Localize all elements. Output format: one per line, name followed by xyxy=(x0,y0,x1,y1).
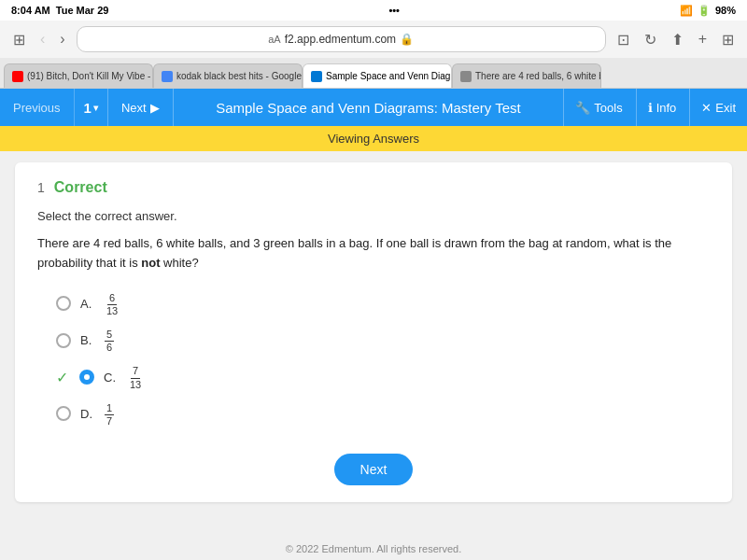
info-icon: ℹ xyxy=(648,101,653,115)
tab-other[interactable]: There are 4 red balls, 6 white bal... xyxy=(452,63,601,88)
edmentum-favicon xyxy=(311,71,322,82)
question-header: 1 Correct xyxy=(37,179,710,196)
prev-label: Previous xyxy=(13,101,61,115)
tab-other-label: There are 4 red balls, 6 white bal... xyxy=(475,71,601,81)
option-b-fraction: 5 6 xyxy=(105,329,114,354)
footer: © 2022 Edmentum. All rights reserved. xyxy=(0,543,747,554)
viewing-answers-text: Viewing Answers xyxy=(328,132,419,146)
browser-chrome: ⊞ ‹ › aA f2.app.edmentum.com 🔒 ⊡ ↻ ⬆ + ⊞… xyxy=(0,21,747,89)
footer-text: © 2022 Edmentum. All rights reserved. xyxy=(286,543,461,554)
tab-youtube-label: (91) Bitch, Don't Kill My Vibe - Y... xyxy=(27,71,153,81)
next-nav-label: Next xyxy=(121,101,147,115)
question-text-part2: white? xyxy=(161,256,199,270)
option-c-row[interactable]: ✓ C. 7 13 xyxy=(56,363,710,390)
text-size-icon: aA xyxy=(268,34,280,45)
option-c-radio[interactable] xyxy=(79,370,94,385)
option-a-numerator: 6 xyxy=(107,292,117,305)
question-text: There are 4 red balls, 6 white balls, an… xyxy=(37,234,710,273)
time: 8:04 AM xyxy=(11,5,50,16)
chevron-down-icon: ▾ xyxy=(93,103,98,113)
question-num-text: 1 xyxy=(84,100,92,116)
youtube-favicon xyxy=(12,71,23,82)
tools-label: Tools xyxy=(594,101,622,115)
nav-title: Sample Space and Venn Diagrams: Mastery … xyxy=(174,100,564,116)
sidebar-toggle-button[interactable]: ⊞ xyxy=(9,29,29,50)
option-d-denominator: 7 xyxy=(105,415,114,427)
cast-button[interactable]: ⊡ xyxy=(613,29,633,50)
dots-icon: ••• xyxy=(388,5,400,16)
option-d-value: 1 7 xyxy=(105,400,114,427)
tab-edmentum[interactable]: Sample Space and Venn Diagram... xyxy=(303,63,452,88)
status-left: 8:04 AM Tue Mar 29 xyxy=(11,5,108,16)
tab-edmentum-label: Sample Space and Venn Diagram... xyxy=(326,71,452,81)
wifi-icon: 📶 xyxy=(680,5,693,17)
forward-button[interactable]: › xyxy=(56,29,68,49)
option-c-numerator: 7 xyxy=(131,365,140,378)
other-favicon xyxy=(460,71,472,82)
checkmark-icon: ✓ xyxy=(56,369,68,386)
question-number-nav[interactable]: 1 ▾ xyxy=(75,89,108,126)
correct-status: Correct xyxy=(54,179,107,196)
next-button[interactable]: Next xyxy=(334,454,414,485)
battery-icon: 🔋 xyxy=(698,5,711,17)
option-c-denominator: 13 xyxy=(128,379,143,391)
instruction-text: Select the correct answer. xyxy=(37,209,710,223)
question-number: 1 xyxy=(37,180,45,195)
prev-button[interactable]: Previous xyxy=(0,89,75,126)
app-nav: Previous 1 ▾ Next ▶ Sample Space and Ven… xyxy=(0,89,747,126)
option-b-value: 5 6 xyxy=(105,327,114,354)
date: Tue Mar 29 xyxy=(56,5,109,16)
option-a-denominator: 13 xyxy=(105,305,120,317)
nav-title-text: Sample Space and Venn Diagrams: Mastery … xyxy=(216,100,521,116)
option-d-numerator: 1 xyxy=(105,402,114,415)
exit-icon: ✕ xyxy=(701,101,712,115)
tools-button[interactable]: 🔧 Tools xyxy=(563,89,633,126)
option-a-letter: A. xyxy=(80,297,95,311)
url-text: f2.app.edmentum.com xyxy=(285,33,396,46)
option-d-row[interactable]: D. 1 7 xyxy=(56,400,710,427)
option-a-radio[interactable] xyxy=(56,296,71,311)
status-bar: 8:04 AM Tue Mar 29 ••• 📶 🔋 98% xyxy=(0,0,747,21)
option-c-fraction: 7 13 xyxy=(128,365,143,390)
main-content: 1 Correct Select the correct answer. The… xyxy=(15,162,732,502)
reload-button[interactable]: ↻ xyxy=(641,29,660,50)
wrench-icon: 🔧 xyxy=(575,101,590,115)
next-nav-button[interactable]: Next ▶ xyxy=(108,89,174,126)
new-tab-button[interactable]: + xyxy=(695,29,711,49)
option-b-letter: B. xyxy=(80,333,95,347)
option-c-value: 7 13 xyxy=(128,363,143,390)
browser-tabs: (91) Bitch, Don't Kill My Vibe - Y... ko… xyxy=(0,58,747,88)
info-label: Info xyxy=(656,101,677,115)
viewing-answers-bar: Viewing Answers xyxy=(0,126,747,151)
option-b-denominator: 6 xyxy=(105,342,114,354)
google-favicon xyxy=(162,71,173,82)
address-bar[interactable]: aA f2.app.edmentum.com 🔒 xyxy=(77,26,606,52)
option-b-numerator: 5 xyxy=(105,329,114,342)
exit-button[interactable]: ✕ Exit xyxy=(689,89,747,126)
share-button[interactable]: ⬆ xyxy=(668,29,687,50)
exit-label: Exit xyxy=(715,101,736,115)
browser-toolbar: ⊞ ‹ › aA f2.app.edmentum.com 🔒 ⊡ ↻ ⬆ + ⊞ xyxy=(0,21,747,58)
question-text-part1: There are 4 red balls, 6 white balls, an… xyxy=(37,236,671,270)
option-d-letter: D. xyxy=(80,407,95,421)
option-a-row[interactable]: A. 6 13 xyxy=(56,290,710,317)
option-b-radio[interactable] xyxy=(56,333,71,348)
tab-youtube[interactable]: (91) Bitch, Don't Kill My Vibe - Y... xyxy=(4,63,153,88)
option-a-fraction: 6 13 xyxy=(105,292,120,317)
status-center: ••• xyxy=(388,5,400,16)
back-button[interactable]: ‹ xyxy=(36,29,49,49)
question-text-bold: not xyxy=(141,256,160,270)
option-d-fraction: 1 7 xyxy=(105,402,114,427)
status-right: 📶 🔋 98% xyxy=(680,5,736,17)
option-a-value: 6 13 xyxy=(105,290,120,317)
option-d-radio[interactable] xyxy=(56,406,71,421)
tabs-button[interactable]: ⊞ xyxy=(718,29,738,50)
nav-tools: 🔧 Tools ℹ Info ✕ Exit xyxy=(563,89,747,126)
tab-google[interactable]: kodak black best hits - Google S... xyxy=(153,63,303,88)
option-b-row[interactable]: B. 5 6 xyxy=(56,327,710,354)
browser-actions: ⊡ ↻ ⬆ + ⊞ xyxy=(613,29,738,50)
answer-options: A. 6 13 B. 5 6 ✓ C. xyxy=(56,290,710,428)
option-c-letter: C. xyxy=(104,371,119,385)
battery-pct: 98% xyxy=(715,5,736,16)
info-button[interactable]: ℹ Info xyxy=(636,89,688,126)
